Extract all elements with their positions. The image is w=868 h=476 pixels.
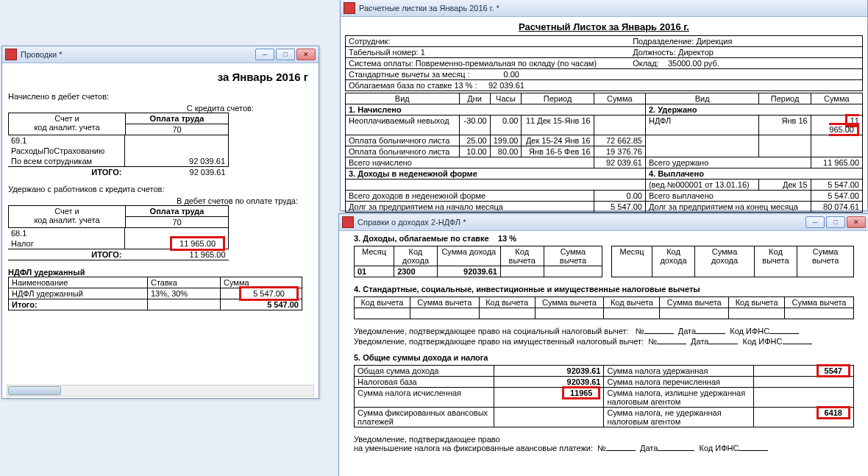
lbl-div: Подразделение:	[633, 37, 694, 46]
scrollbar-h[interactable]	[7, 385, 314, 397]
val-okl: 35000.00 руб.	[668, 59, 719, 68]
row-tax-code: 68.1	[8, 228, 125, 238]
row-u1: НДФЛ	[645, 116, 759, 135]
label-credit: С кредита счетов:	[8, 104, 313, 113]
row-utot: Всего удержано	[645, 157, 811, 168]
row-n1: Неоплачиваемый невыход	[346, 116, 460, 135]
sec-uder: 2. Удержано	[645, 104, 862, 116]
row-ndfl-rate: 13%, 30%	[148, 288, 221, 299]
sec-3r: 13 %	[498, 234, 516, 243]
titlebar-payslip[interactable]: Расчетные листки за Январь 2016 г. *	[341, 0, 867, 17]
r2a: Налоговая база	[355, 377, 494, 388]
minimize-button[interactable]: ─	[805, 216, 825, 228]
app-icon	[342, 216, 354, 228]
r4bv: 6418	[754, 408, 854, 427]
th-sum-2: Сумма	[811, 93, 862, 104]
sec-3: 3. Доходы, облагаемые по ставке	[354, 234, 489, 243]
row-vtot: Всего выплачено	[645, 191, 811, 202]
th-kd: Код дохода	[394, 246, 438, 266]
sec-nach: 1. Начислено	[346, 104, 646, 116]
not1: Уведомление, подтверждающее право на соц…	[354, 327, 629, 335]
val-sys: Повременно-премиальная по окладу (по час…	[416, 59, 597, 68]
window-provodki: Проводки * ─ □ ✕ за Январь 2016 г Начисл…	[1, 46, 319, 399]
row-ndfl-val: 5 547.00	[221, 288, 302, 299]
row-dolg2: Долг за предприятием на конец месяца	[645, 202, 811, 213]
window-title: Расчетные листки за Январь 2016 г. *	[359, 4, 864, 13]
heading-payslip: Расчетный Листок за Январь 2016 г.	[348, 21, 860, 32]
th-sum: Сумма	[594, 93, 645, 104]
app-icon	[344, 2, 355, 14]
val-itogo: 92 039.61	[125, 167, 229, 178]
th-account-2: Счет и код аналит. учета	[9, 206, 126, 228]
close-button[interactable]: ✕	[847, 216, 866, 228]
lbl-emp: Сотрудник:	[349, 37, 391, 46]
val-pos: Директор	[678, 48, 714, 57]
th-account: Счет и код аналит. учета	[9, 113, 126, 135]
row-acct-code: 69.1	[8, 135, 125, 146]
row-tax-name: Налог	[8, 238, 125, 249]
sec-4: 4. Стандартные, социальные, инвестиционн…	[354, 285, 854, 294]
section-debit: Начислено в дебет счетов:	[8, 92, 313, 101]
row-n3: Оплата больничного листа	[346, 146, 460, 157]
lbl-std: Стандартные вычеты за месяц :	[349, 70, 470, 79]
r2b: Сумма налога перечисленная	[604, 377, 754, 388]
heading-period: за Январь 2016 г	[13, 71, 308, 83]
th-labor-code-2: 70	[126, 217, 229, 228]
th-name: Наименование	[9, 277, 148, 288]
content-2ndfl: 3. Доходы, облагаемые по ставке 13 % Мес…	[339, 231, 868, 472]
th-labor: Оплата труда	[126, 113, 229, 124]
th-kv: Код вычета	[500, 246, 544, 266]
minimize-button[interactable]: ─	[255, 49, 274, 60]
th-sv: Сумма вычета	[544, 246, 602, 266]
th-vid: Вид	[346, 93, 460, 104]
app-icon	[5, 49, 17, 60]
val-base: 92 039.61	[488, 81, 524, 90]
r1b: Сумма налога удержанная	[604, 366, 754, 377]
val-div: Дирекция	[696, 37, 732, 46]
r-m: 01	[355, 266, 394, 277]
row-u1s: 11 965.00	[811, 116, 862, 135]
th-per-2: Период	[759, 93, 811, 104]
r1bv: 5547	[754, 366, 854, 377]
close-button[interactable]: ✕	[296, 49, 316, 60]
row-dtot: Всего доходов в неденежной форме	[346, 191, 594, 202]
not3: Уведомление, подтверждающее право	[354, 435, 854, 444]
th-dni: Дни	[459, 93, 490, 104]
window-title: Проводки *	[21, 50, 255, 59]
th-month: Месяц	[355, 246, 394, 266]
th-sd: Сумма дохода	[437, 246, 500, 266]
label-itogo-2: ИТОГО:	[8, 249, 125, 260]
not2: Уведомление, подтверждающее право на иму…	[354, 337, 644, 346]
titlebar-provodki[interactable]: Проводки * ─ □ ✕	[2, 46, 319, 63]
row-all-emp: По всем сотрудникам	[8, 156, 125, 167]
lbl-okl: Оклад:	[633, 59, 659, 68]
r3av: 11965	[494, 388, 604, 408]
row-ndfl-name: НДФЛ удержанный	[9, 288, 148, 299]
row-tax-val: 11 965.00	[125, 238, 229, 249]
row-dolg1: Долг за предприятием на начало месяца	[346, 202, 594, 213]
row-v1: (вед.№000001 от 13.01.16)	[645, 180, 759, 191]
sec-5: 5. Общие суммы дохода и налога	[354, 353, 854, 362]
maximize-button[interactable]: □	[826, 216, 845, 228]
r4b: Сумма налога, не удержанная налоговым аг…	[604, 408, 754, 427]
r-kd: 2300	[394, 266, 438, 277]
lbl-sys: Система оплаты:	[349, 59, 413, 68]
sec-vyp: 4. Выплачено	[645, 168, 862, 180]
lbl-tab: Табельный номер:	[349, 48, 419, 57]
val-tab: 1	[421, 48, 425, 57]
maximize-button[interactable]: □	[276, 49, 295, 60]
row-all-val: 92 039.61	[125, 156, 229, 167]
content-payslip: Расчетный Листок за Январь 2016 г. Сотру…	[341, 17, 867, 214]
lbl-pos: Должность:	[633, 48, 676, 57]
r1a: Общая сумма дохода	[355, 366, 494, 377]
row-acct-name: РасходыПоСтрахованию	[8, 146, 125, 156]
th-rate: Ставка	[148, 277, 221, 288]
r4a: Сумма фиксированных авансовых платежей	[355, 408, 494, 427]
th-labor-2: Оплата труда	[126, 206, 229, 217]
th-labor-code: 70	[126, 124, 229, 135]
window-title: Справки о доходах 2-НДФЛ *	[357, 218, 805, 227]
lbl-base: Облагаемая база по ставке 13 % :	[349, 81, 477, 90]
titlebar-2ndfl[interactable]: Справки о доходах 2-НДФЛ * ─ □ ✕	[339, 214, 868, 231]
not3b: на уменьшение налога на фиксированные ав…	[354, 444, 593, 452]
th-vid-2: Вид	[645, 93, 759, 104]
